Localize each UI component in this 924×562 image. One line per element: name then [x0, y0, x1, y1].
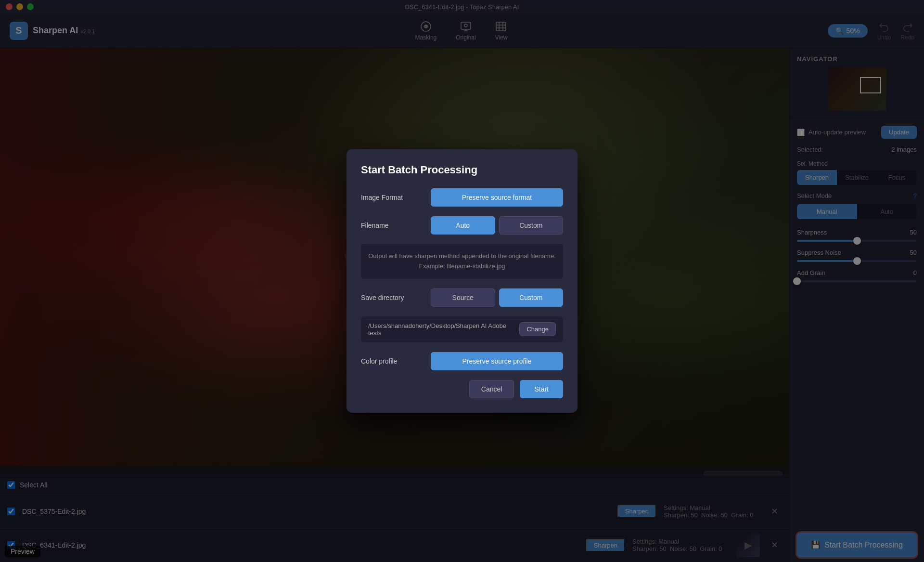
- filename-row: Filename Auto Custom: [361, 216, 563, 235]
- directory-path: /Users/shannadoherty/Desktop/Sharpen AI …: [368, 322, 519, 337]
- image-format-group: Preserve source format: [431, 188, 563, 207]
- directory-path-row: /Users/shannadoherty/Desktop/Sharpen AI …: [361, 316, 563, 342]
- filename-label: Filename: [361, 222, 424, 229]
- modal-overlay: Start Batch Processing Image Format Pres…: [0, 0, 924, 562]
- filename-custom-button[interactable]: Custom: [499, 216, 564, 235]
- filename-auto-button[interactable]: Auto: [431, 216, 495, 235]
- filename-info-line1: Output will have sharpen method appended…: [368, 251, 556, 261]
- modal-title: Start Batch Processing: [361, 164, 563, 176]
- color-profile-row: Color profile Preserve source profile: [361, 352, 563, 370]
- save-directory-group: Source Custom: [431, 288, 563, 307]
- save-directory-custom-button[interactable]: Custom: [499, 288, 564, 307]
- filename-info-box: Output will have sharpen method appended…: [361, 244, 563, 279]
- preserve-source-format-button[interactable]: Preserve source format: [431, 188, 563, 207]
- modal-actions: Cancel Start: [361, 380, 563, 398]
- save-directory-label: Save directory: [361, 294, 424, 301]
- filename-group: Auto Custom: [431, 216, 563, 235]
- filename-info-line2: Example: filename-stabilize.jpg: [368, 261, 556, 272]
- preserve-source-profile-button[interactable]: Preserve source profile: [431, 352, 563, 370]
- image-format-label: Image Format: [361, 194, 424, 201]
- start-button[interactable]: Start: [520, 380, 563, 398]
- change-directory-button[interactable]: Change: [519, 322, 556, 336]
- save-directory-source-button[interactable]: Source: [431, 288, 495, 307]
- cancel-button[interactable]: Cancel: [469, 380, 514, 398]
- save-directory-row: Save directory Source Custom: [361, 288, 563, 307]
- color-profile-group: Preserve source profile: [431, 352, 563, 370]
- start-batch-modal: Start Batch Processing Image Format Pres…: [346, 149, 578, 413]
- color-profile-label: Color profile: [361, 357, 424, 365]
- image-format-row: Image Format Preserve source format: [361, 188, 563, 207]
